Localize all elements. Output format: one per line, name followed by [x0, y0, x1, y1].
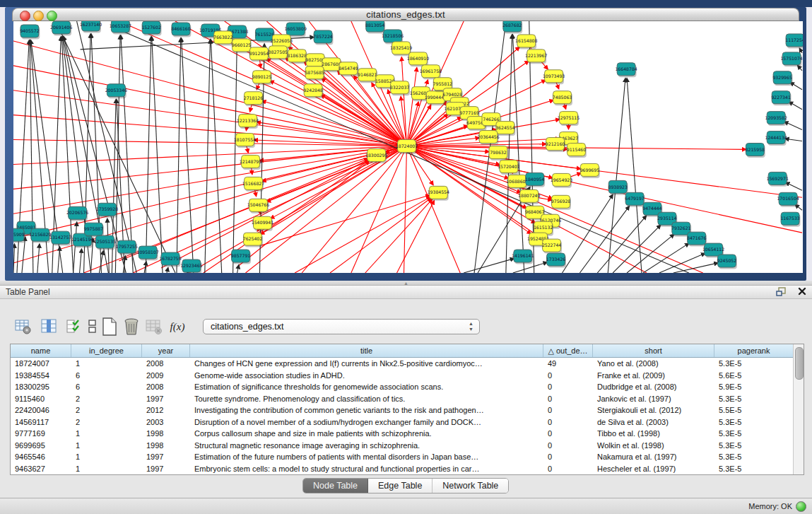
table-row[interactable]: 969969511998Structural magnetic resonanc…	[11, 440, 804, 452]
graph-node[interactable]: 15046766	[247, 199, 269, 213]
graph-node[interactable]: 12923465	[180, 259, 202, 273]
graph-node[interactable]: 3315909	[13, 228, 25, 243]
graph-node[interactable]: 2718126	[244, 92, 264, 106]
graph-node[interactable]: 8215958	[746, 144, 765, 158]
graph-node[interactable]: 16961758	[420, 65, 442, 79]
graph-node[interactable]: 7663822	[213, 31, 233, 45]
graph-node[interactable]: 16154808	[515, 35, 537, 49]
graph-node[interactable]: 6479197	[625, 192, 645, 206]
graph-node[interactable]: 18300295	[365, 148, 387, 163]
graph-node[interactable]: 20691406	[50, 21, 72, 35]
table-settings-button[interactable]	[14, 317, 33, 336]
tab-node-table[interactable]: Node Table	[303, 479, 368, 493]
graph-node[interactable]: 1167533	[780, 212, 800, 226]
table-row[interactable]: 977716911998Corpus callosum shape and si…	[11, 428, 804, 440]
select-rows-button[interactable]	[65, 317, 83, 336]
table-row[interactable]: 1456911722003Disruption of a novel membe…	[11, 416, 804, 428]
table-row[interactable]: 946362711997Embryonic stem cells: a mode…	[11, 463, 804, 475]
memory-status-indicator[interactable]	[796, 501, 806, 512]
scrollbar-thumb[interactable]	[795, 347, 804, 380]
graph-node[interactable]: 1733426	[546, 253, 566, 267]
graph-node[interactable]: 13142757	[49, 231, 71, 245]
column-header[interactable]: year	[142, 344, 190, 357]
graph-node[interactable]: 9756928	[551, 195, 571, 209]
tab-network-table[interactable]: Network Table	[433, 479, 508, 493]
table-header-row[interactable]: namein_degreeyeartitle△ out_de…shortpage…	[11, 344, 804, 358]
close-panel-icon[interactable]	[797, 286, 807, 296]
graph-node[interactable]: 9245052	[717, 255, 737, 269]
graph-node[interactable]: 9242848	[303, 84, 323, 98]
graph-node[interactable]: 12148795	[240, 155, 261, 169]
table-row[interactable]: 946554611997Estimation of the future num…	[11, 451, 804, 463]
graph-node[interactable]: 8454749	[339, 62, 358, 76]
graph-node[interactable]: 10958107	[136, 246, 158, 260]
graph-node[interactable]: 12156829	[29, 228, 51, 243]
new-table-button[interactable]	[100, 317, 119, 336]
table-row[interactable]: 1938455462009Genome-wide association stu…	[11, 370, 804, 382]
graph-node[interactable]: 8912954	[249, 47, 269, 62]
graph-node[interactable]: 18640910	[407, 52, 429, 66]
graph-node[interactable]: 9329965	[772, 71, 792, 86]
show-column-button[interactable]	[40, 317, 59, 336]
network-view-canvas[interactable]: 9405572206914061623714010653287152760284…	[13, 21, 803, 273]
graph-node[interactable]: 15720407	[498, 160, 519, 174]
function-builder-button[interactable]: f(x)	[168, 317, 187, 336]
column-header[interactable]: in_degree	[71, 344, 142, 357]
graph-node[interactable]: 8813054	[365, 21, 385, 33]
graph-node[interactable]: 10973493	[543, 70, 565, 84]
graph-node[interactable]: 14196141	[512, 250, 534, 264]
graph-node[interactable]: 18807249	[518, 189, 540, 204]
graph-node[interactable]: 12505135	[94, 235, 116, 250]
graph-node[interactable]: 798632	[489, 146, 508, 160]
graph-node[interactable]: 9890125	[252, 71, 272, 85]
table-row[interactable]: 911546021997Tourette syndrome. Phenomeno…	[11, 393, 804, 405]
graph-node[interactable]: 15166827	[242, 177, 264, 191]
column-header[interactable]: short	[593, 344, 714, 357]
graph-node[interactable]: 1527602	[141, 21, 161, 35]
graph-node[interactable]: 12444134	[765, 132, 787, 146]
graph-node[interactable]: 9857791	[231, 250, 251, 264]
graph-node[interactable]: 3827505	[269, 46, 288, 60]
graph-node[interactable]: 15409941	[252, 216, 273, 230]
graph-node[interactable]: 18724007	[396, 140, 418, 154]
close-window-button[interactable]	[20, 11, 30, 21]
graph-node[interactable]: 17016504	[777, 192, 799, 206]
column-header[interactable]: pagerank	[714, 344, 794, 357]
graph-node[interactable]: 20206576	[66, 206, 88, 221]
split-pane-grip[interactable]: ▲	[404, 281, 408, 285]
table-row[interactable]: 2242004622012Investigating the contribut…	[11, 404, 804, 416]
graph-node[interactable]: 16782759	[159, 252, 181, 267]
graph-node[interactable]: 17359928	[96, 203, 118, 217]
graph-node[interactable]: 15751074	[780, 52, 802, 66]
tab-edge-table[interactable]: Edge Table	[368, 479, 433, 493]
graph-node[interactable]: 8186328	[288, 49, 307, 64]
graph-node[interactable]: 9699695	[580, 163, 600, 177]
graph-node[interactable]: 8466160	[171, 23, 191, 37]
graph-node[interactable]: 2687682	[502, 21, 522, 33]
graph-node[interactable]: 2522744	[542, 239, 562, 253]
table-selector-combobox[interactable]: citations_edges.txt ▲▼	[203, 319, 480, 334]
graph-node[interactable]: 1840954	[525, 173, 545, 187]
graph-node[interactable]: 8938923	[608, 180, 628, 194]
graph-node[interactable]: 5875685	[305, 66, 324, 81]
graph-node[interactable]: 15692971	[767, 172, 789, 186]
graph-node[interactable]: 7625402	[243, 233, 263, 247]
graph-node[interactable]: 8471676	[687, 232, 707, 246]
graph-node[interactable]: 17957255	[116, 240, 138, 255]
graph-node[interactable]: 16237140	[80, 21, 102, 33]
graph-node[interactable]: 19384554	[428, 186, 449, 200]
graph-node[interactable]: 9405572	[20, 25, 40, 39]
column-header[interactable]: △ out_de…	[543, 344, 593, 357]
table-row[interactable]: 1830029562008Estimation of significance …	[11, 381, 804, 393]
delete-table-button[interactable]	[122, 317, 141, 336]
graph-node[interactable]: 9115460	[567, 144, 587, 158]
graph-node[interactable]: 20053346	[105, 84, 127, 98]
graph-node[interactable]: 12213364	[237, 115, 259, 129]
graph-node[interactable]: 9212160	[546, 138, 565, 152]
minimize-window-button[interactable]	[33, 11, 44, 21]
network-window-titlebar[interactable]: citations_edges.txt	[12, 8, 799, 21]
node-attribute-table[interactable]: namein_degreeyeartitle△ out_de…shortpage…	[10, 344, 804, 475]
vertical-scrollbar[interactable]	[793, 344, 804, 474]
graph-node[interactable]: 20364456	[477, 131, 499, 145]
float-panel-icon[interactable]	[776, 287, 787, 297]
